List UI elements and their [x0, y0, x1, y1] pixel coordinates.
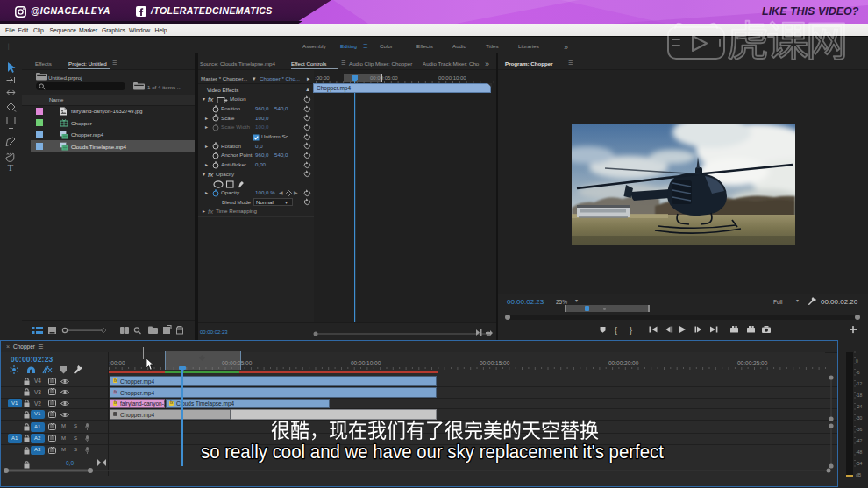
- svg-text:so really cool and we have our: so really cool and we have our sky repla…: [201, 442, 664, 463]
